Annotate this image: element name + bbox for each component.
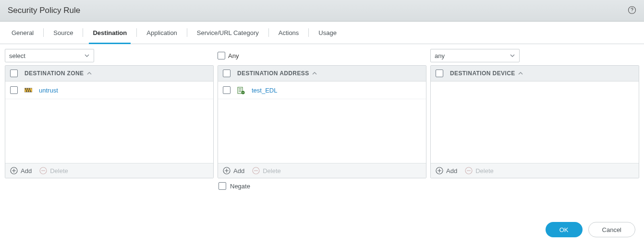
device-delete-button[interactable]: Delete xyxy=(465,167,494,174)
plus-circle-icon xyxy=(10,167,18,174)
tab-application[interactable]: Application xyxy=(145,22,179,44)
tab-separator xyxy=(136,28,137,37)
tab-separator xyxy=(308,28,309,37)
address-select-all-checkbox[interactable] xyxy=(223,70,231,77)
address-column-header[interactable]: DESTINATION ADDRESS xyxy=(237,70,317,77)
address-any-label: Any xyxy=(228,52,239,59)
chevron-down-icon xyxy=(84,53,90,58)
sort-asc-icon xyxy=(87,71,92,76)
minus-circle-icon xyxy=(465,167,473,174)
tab-separator xyxy=(83,28,83,37)
tab-usage[interactable]: Usage xyxy=(316,22,339,44)
tab-separator xyxy=(43,28,44,37)
address-row-checkbox[interactable] xyxy=(223,86,231,94)
address-delete-button[interactable]: Delete xyxy=(252,167,281,174)
title-bar: Security Policy Rule xyxy=(0,0,644,22)
tab-actions[interactable]: Actions xyxy=(277,22,301,44)
dialog-footer: OK Cancel xyxy=(546,222,635,237)
device-select-all-checkbox[interactable] xyxy=(436,70,443,77)
plus-circle-icon xyxy=(223,167,231,174)
zone-delete-button[interactable]: Delete xyxy=(39,167,68,174)
device-type-select-value: any xyxy=(435,52,445,59)
device-add-button[interactable]: Add xyxy=(436,167,457,174)
address-row: test_EDL xyxy=(218,81,426,99)
device-column-header[interactable]: DESTINATION DEVICE xyxy=(450,70,523,77)
zone-column-header[interactable]: DESTINATION ZONE xyxy=(24,70,92,77)
ok-button[interactable]: OK xyxy=(546,222,583,237)
tab-separator xyxy=(187,28,187,37)
tab-source[interactable]: Source xyxy=(51,22,75,44)
chevron-down-icon xyxy=(510,53,515,58)
tab-general[interactable]: General xyxy=(10,22,36,44)
panel-destination-device: any DESTINATION DEVICE Add xyxy=(430,49,639,190)
zone-select-all-checkbox[interactable] xyxy=(10,70,18,77)
tab-separator xyxy=(268,28,269,37)
tablist: General Source Destination Application S… xyxy=(0,22,644,44)
cancel-button[interactable]: Cancel xyxy=(588,222,635,237)
minus-circle-icon xyxy=(252,167,260,174)
address-add-button[interactable]: Add xyxy=(223,167,244,174)
sort-asc-icon xyxy=(312,71,317,76)
address-negate-label: Negate xyxy=(230,183,250,190)
zone-row-checkbox[interactable] xyxy=(10,86,18,94)
minus-circle-icon xyxy=(39,167,47,174)
help-icon[interactable] xyxy=(628,6,636,16)
tab-destination[interactable]: Destination xyxy=(91,22,129,44)
address-row-label[interactable]: test_EDL xyxy=(252,87,277,94)
edl-icon xyxy=(237,87,245,93)
address-any-checkbox[interactable] xyxy=(218,52,225,59)
zone-icon xyxy=(24,87,32,93)
zone-type-select-value: select xyxy=(9,52,25,59)
zone-add-button[interactable]: Add xyxy=(10,167,32,174)
zone-type-select[interactable]: select xyxy=(5,49,94,62)
tab-service-url-category[interactable]: Service/URL Category xyxy=(195,22,261,44)
panel-destination-zone: select DESTINATION ZONE xyxy=(5,49,214,190)
address-negate-checkbox[interactable] xyxy=(219,182,226,190)
zone-row-label[interactable]: untrust xyxy=(39,87,58,94)
svg-point-1 xyxy=(632,12,632,12)
device-type-select[interactable]: any xyxy=(430,49,520,62)
zone-row: untrust xyxy=(5,81,213,99)
dialog-title: Security Policy Rule xyxy=(8,6,80,15)
plus-circle-icon xyxy=(436,167,443,174)
sort-asc-icon xyxy=(518,71,523,76)
panel-destination-address: Any DESTINATION ADDRESS xyxy=(218,49,426,190)
